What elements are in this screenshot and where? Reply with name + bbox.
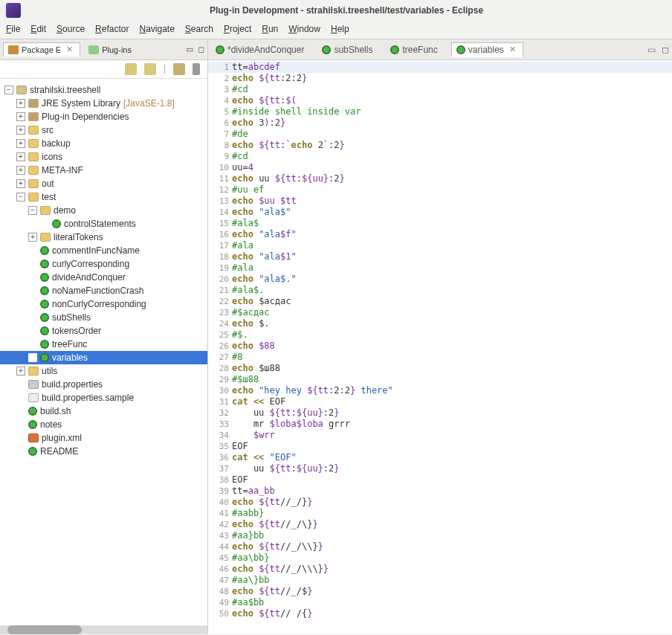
code-line[interactable]: 31cat << EOF xyxy=(208,396,672,407)
code-line[interactable]: 13echo $uu $tt xyxy=(208,196,672,207)
code-line[interactable]: 37 uu ${tt:${uu}:2} xyxy=(208,463,672,474)
file-noNameFunctionCrash[interactable]: noNameFunctionCrash xyxy=(0,284,207,297)
expander-icon[interactable]: + xyxy=(16,152,25,161)
view-menu-icon[interactable] xyxy=(193,63,200,75)
code-line[interactable]: 22echo $асдас xyxy=(208,296,672,307)
collapse-all-icon[interactable] xyxy=(125,63,137,75)
file-variables[interactable]: variables xyxy=(0,351,207,364)
folder-test[interactable]: −test xyxy=(0,190,207,204)
menu-search[interactable]: Search xyxy=(185,24,213,34)
expander-icon[interactable]: + xyxy=(16,179,25,188)
code-line[interactable]: 43#aa}bb xyxy=(208,530,672,541)
file-tokensOrder[interactable]: tokensOrder xyxy=(0,324,207,338)
tab-plugins[interactable]: Plug-ins xyxy=(83,43,137,57)
code-line[interactable]: 38EOF xyxy=(208,474,672,486)
code-line[interactable]: 45#aa\bb} xyxy=(208,552,672,564)
code-line[interactable]: 9#cd xyxy=(208,151,672,162)
file-commentInFuncName[interactable]: commentInFuncName xyxy=(0,244,207,257)
expander-icon[interactable]: − xyxy=(16,193,25,202)
code-line[interactable]: 6echo 3):2} xyxy=(208,117,672,129)
expander-icon[interactable]: + xyxy=(28,233,37,242)
code-line[interactable]: 12#uu ef xyxy=(208,184,672,196)
file-controlStatements[interactable]: controlStatements xyxy=(0,217,207,231)
code-line[interactable]: 17#ala xyxy=(208,240,672,251)
close-icon[interactable]: ✕ xyxy=(507,45,518,54)
folder-demo[interactable]: −demo xyxy=(0,204,207,217)
code-line[interactable]: 21#ala$. xyxy=(208,285,672,296)
folder-literalTokens[interactable]: +literalTokens xyxy=(0,231,207,244)
folder-backup[interactable]: +backup xyxy=(0,137,207,150)
expander-icon[interactable]: − xyxy=(4,86,13,94)
scrollbar[interactable] xyxy=(0,625,207,634)
code-line[interactable]: 7#de xyxy=(208,129,672,140)
file-nonCurlyCorresponding[interactable]: nonCurlyCorresponding xyxy=(0,297,207,311)
file-subShells[interactable]: subShells xyxy=(0,311,207,324)
code-line[interactable]: 23#$асдас xyxy=(208,307,672,318)
minimize-icon[interactable]: ▭ xyxy=(186,45,193,54)
expander-icon[interactable]: + xyxy=(16,139,25,148)
code-line[interactable]: 15#ala$ xyxy=(208,218,672,229)
file-build-sh[interactable]: build.sh xyxy=(0,404,207,418)
code-line[interactable]: 2echo ${tt:2:2} xyxy=(208,73,672,84)
expander-icon[interactable]: + xyxy=(16,99,25,108)
plugin-dependencies[interactable]: +Plug-in Dependencies xyxy=(0,110,207,123)
menu-refactor[interactable]: Refactor xyxy=(95,24,129,34)
expander-icon[interactable]: − xyxy=(28,206,37,215)
editor-tab-subShells[interactable]: subShells xyxy=(317,43,377,57)
file-curlyCorresponding[interactable]: curlyCorresponding xyxy=(0,257,207,271)
file-README[interactable]: README xyxy=(0,445,207,458)
folder-src[interactable]: +src xyxy=(0,123,207,137)
folder-out[interactable]: +out xyxy=(0,177,207,190)
code-line[interactable]: 33 mr $loba$loba grrr xyxy=(208,419,672,430)
code-line[interactable]: 47#aa\}bb xyxy=(208,575,672,586)
code-line[interactable]: 19#ala xyxy=(208,262,672,274)
code-line[interactable]: 16echo "ala$f" xyxy=(208,229,672,240)
code-editor[interactable]: 1tt=abcdef2echo ${tt:2:2}3#cd4echo ${tt:… xyxy=(208,60,672,634)
menu-project[interactable]: Project xyxy=(224,24,251,34)
menu-window[interactable]: Window xyxy=(288,24,320,34)
code-line[interactable]: 29#$ш88 xyxy=(208,374,672,385)
jre-library[interactable]: +JRE System Library [JavaSE-1.8] xyxy=(0,97,207,110)
code-line[interactable]: 8echo ${tt:`echo 2`:2} xyxy=(208,140,672,151)
code-line[interactable]: 44echo ${tt//_/\\}} xyxy=(208,541,672,552)
menu-navigate[interactable]: Navigate xyxy=(139,24,174,34)
project-root[interactable]: −strahilski.treeshell xyxy=(0,83,207,97)
code-line[interactable]: 30echo "hey hey ${tt:2:2} there" xyxy=(208,385,672,396)
maximize-icon[interactable]: ◻ xyxy=(198,45,204,54)
code-line[interactable]: 40echo ${tt//_/}} xyxy=(208,497,672,508)
code-line[interactable]: 5#inside shell inside var xyxy=(208,106,672,117)
code-line[interactable]: 28echo $ш88 xyxy=(208,363,672,374)
editor-tab-divideAndConquer[interactable]: *divideAndConquer xyxy=(211,43,308,57)
code-line[interactable]: 20echo "ala$." xyxy=(208,274,672,285)
code-line[interactable]: 24echo $. xyxy=(208,318,672,329)
menu-help[interactable]: Help xyxy=(331,24,349,34)
expander-icon[interactable]: + xyxy=(16,126,25,135)
file-treeFunc[interactable]: treeFunc xyxy=(0,338,207,351)
code-line[interactable]: 36cat << "EOF" xyxy=(208,452,672,463)
editor-tab-treeFunc[interactable]: treeFunc xyxy=(386,43,442,57)
code-line[interactable]: 41#aabb} xyxy=(208,508,672,519)
code-line[interactable]: 34 $wrr xyxy=(208,430,672,441)
file-divideAndConquer[interactable]: divideAndConquer xyxy=(0,271,207,284)
menu-file[interactable]: File xyxy=(6,24,20,34)
code-line[interactable]: 27#8 xyxy=(208,352,672,363)
expander-icon[interactable]: + xyxy=(16,166,25,175)
code-line[interactable]: 49#aa$bb xyxy=(208,597,672,608)
code-line[interactable]: 3#cd xyxy=(208,84,672,95)
code-line[interactable]: 1tt=abcdef xyxy=(208,62,672,73)
code-line[interactable]: 11echo uu ${tt:${uu}:2} xyxy=(208,173,672,184)
code-line[interactable]: 39tt=aa_bb xyxy=(208,486,672,497)
maximize-icon[interactable]: ◻ xyxy=(662,45,669,55)
expander-icon[interactable]: + xyxy=(16,112,25,121)
file-build-properties[interactable]: build.properties xyxy=(0,378,207,391)
code-line[interactable]: 14echo "ala$" xyxy=(208,207,672,218)
menu-edit[interactable]: Edit xyxy=(30,24,46,34)
code-line[interactable]: 50echo ${tt// /{} xyxy=(208,608,672,619)
code-line[interactable]: 42echo ${tt//_/\}} xyxy=(208,519,672,530)
tab-package-explorer[interactable]: Package E ✕ xyxy=(3,42,80,57)
folder-icons[interactable]: +icons xyxy=(0,150,207,164)
code-line[interactable]: 25#$. xyxy=(208,329,672,341)
code-line[interactable]: 46echo ${tt//_/\\\}} xyxy=(208,564,672,575)
code-line[interactable]: 18echo "ala$1" xyxy=(208,251,672,262)
folder-META-INF[interactable]: +META-INF xyxy=(0,164,207,177)
